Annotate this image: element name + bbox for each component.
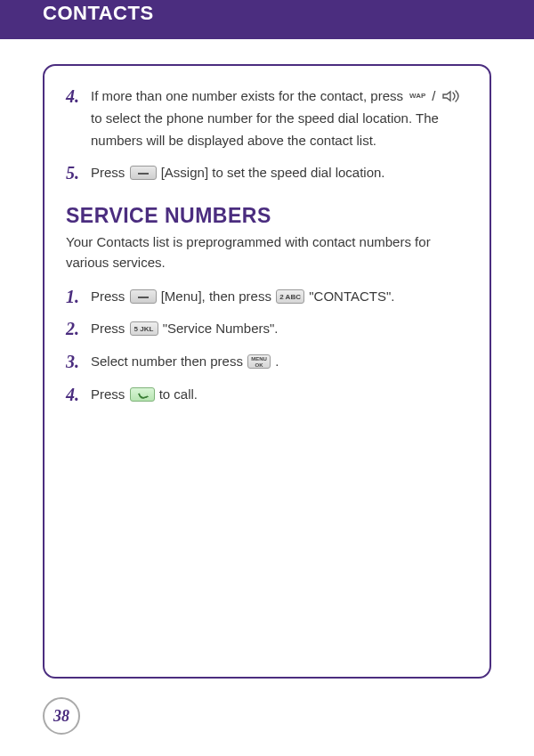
step-number: 1. [66, 286, 91, 307]
step-text: Select number then press MENUOK . [91, 351, 279, 373]
text-fragment: [Assign] to set the speed dial location. [161, 165, 385, 180]
step-text: If more than one number exists for the c… [91, 85, 468, 151]
step-text: Press [Assign] to set the speed dial loc… [91, 162, 385, 184]
wap-key-icon: WAP [408, 90, 427, 102]
page-number-badge: 38 [43, 697, 80, 735]
text-fragment: If more than one number exists for the c… [91, 88, 407, 103]
step-text: Press [Menu], then press 2 ABC "CONTACTS… [91, 286, 394, 308]
step-5: 5. Press [Assign] to set the speed dial … [66, 162, 468, 184]
call-key-icon [130, 387, 155, 402]
key-5jkl-icon: 5 JKL [130, 321, 158, 336]
text-fragment: "CONTACTS". [309, 289, 394, 304]
service-step-1: 1. Press [Menu], then press 2 ABC "CONTA… [66, 286, 468, 308]
softkey-icon [130, 166, 157, 180]
text-fragment: to call. [159, 386, 198, 402]
text-fragment: [Menu], then press [161, 289, 275, 304]
service-step-2: 2. Press 5 JKL "Service Numbers". [66, 318, 468, 340]
step-number: 3. [66, 351, 91, 372]
step-text: Press to call. [91, 384, 198, 406]
step-number: 4. [66, 85, 91, 107]
step-4: 4. If more than one number exists for th… [66, 85, 468, 151]
page-title: CONTACTS [43, 2, 154, 25]
text-fragment: "Service Numbers". [163, 321, 279, 336]
step-number: 4. [66, 384, 91, 405]
softkey-icon [130, 289, 157, 304]
key-2abc-icon: 2 ABC [276, 289, 304, 304]
text-fragment: Press [91, 321, 129, 336]
speaker-key-icon [441, 90, 462, 102]
service-step-3: 3. Select number then press MENUOK . [66, 351, 468, 373]
section-heading: SERVICE NUMBERS [66, 204, 468, 228]
text-fragment: Select number then press [91, 354, 247, 369]
text-fragment: . [275, 354, 279, 369]
content-frame: 4. If more than one number exists for th… [43, 64, 491, 679]
service-numbers-steps: 1. Press [Menu], then press 2 ABC "CONTA… [66, 286, 468, 406]
text-fragment: to select the phone number for the speed… [91, 110, 439, 148]
page: CONTACTS 4. If more than one number exis… [0, 0, 534, 756]
step-text: Press 5 JKL "Service Numbers". [91, 318, 279, 340]
menu-ok-key-icon: MENUOK [247, 354, 271, 369]
header-bar: CONTACTS [0, 0, 534, 39]
text-fragment: / [432, 88, 439, 103]
speed-dial-steps-continued: 4. If more than one number exists for th… [66, 85, 468, 184]
page-number: 38 [53, 707, 69, 726]
step-number: 2. [66, 318, 91, 339]
text-fragment: Press [91, 165, 129, 180]
service-step-4: 4. Press to call. [66, 384, 468, 406]
section-lead: Your Contacts list is preprogrammed with… [66, 232, 468, 273]
step-number: 5. [66, 162, 91, 183]
text-fragment: Press [91, 386, 129, 402]
text-fragment: Press [91, 289, 129, 304]
